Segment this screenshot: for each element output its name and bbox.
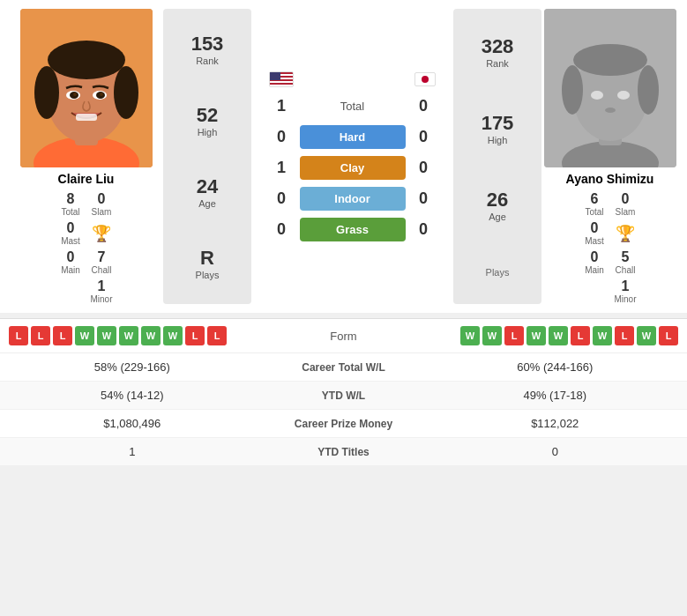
stat-mast-right: 0 Mast bbox=[583, 220, 605, 246]
flag-us bbox=[269, 71, 294, 87]
stat-main-right: 0 Main bbox=[583, 249, 605, 275]
form-box-right: L bbox=[504, 326, 524, 345]
player-name-left: Claire Liu bbox=[58, 172, 115, 186]
stats-table: 58% (229-166)Career Total W/L60% (244-16… bbox=[0, 353, 687, 466]
top-section: Claire Liu 8 Total 0 Slam 0 Mast 🏆 bbox=[0, 0, 687, 313]
stat-chall-left: 7 Chall bbox=[91, 249, 113, 275]
svg-point-20 bbox=[638, 65, 659, 115]
trophy-icon-left: 🏆 bbox=[92, 224, 111, 243]
center-high: 52 High bbox=[197, 104, 218, 137]
score-row-grass: 0 Grass 0 bbox=[260, 218, 444, 241]
flag-jp bbox=[414, 72, 436, 86]
center-plays: R Plays bbox=[196, 247, 220, 280]
stat-main-left: 0 Main bbox=[59, 249, 81, 275]
svg-point-19 bbox=[562, 65, 583, 115]
form-boxes-left: LLLWWWWWLL bbox=[9, 326, 300, 345]
stat-mast-left: 0 Mast bbox=[59, 220, 81, 246]
stat-total-right: 6 Total bbox=[583, 191, 605, 217]
stats-right-val: 60% (244-166) bbox=[432, 360, 679, 374]
stats-center-label: Career Total W/L bbox=[256, 361, 432, 374]
form-box-right: W bbox=[526, 326, 546, 345]
stat-minor-right: 1 Minor bbox=[615, 278, 637, 304]
form-box-right: W bbox=[460, 326, 480, 345]
player-photo-right bbox=[544, 9, 676, 167]
score-row-total: 1 Total 0 bbox=[260, 94, 444, 118]
form-boxes-right: WWLWWLWLWL bbox=[388, 326, 679, 345]
player-name-right: Ayano Shimizu bbox=[566, 172, 654, 186]
svg-point-18 bbox=[573, 44, 647, 76]
player-left: Claire Liu 8 Total 0 Slam 0 Mast 🏆 bbox=[9, 9, 163, 304]
score-row-hard: 0 Hard 0 bbox=[260, 125, 444, 149]
form-box-left: L bbox=[9, 326, 28, 345]
center-rank: 153 Rank bbox=[191, 33, 224, 66]
trophy-icon-right: 🏆 bbox=[616, 224, 635, 243]
stat-chall-right: 5 Chall bbox=[615, 249, 637, 275]
form-box-right: W bbox=[482, 326, 502, 345]
svg-point-5 bbox=[34, 66, 59, 119]
stats-row: 1YTD Titles0 bbox=[0, 438, 687, 466]
svg-point-22 bbox=[617, 91, 630, 100]
svg-point-11 bbox=[73, 93, 77, 96]
right-rank: 328 Rank bbox=[482, 35, 514, 69]
stats-row: $1,080,496Career Prize Money$112,022 bbox=[0, 410, 687, 438]
form-box-left: L bbox=[185, 326, 205, 345]
form-box-right: L bbox=[659, 326, 678, 345]
form-box-right: W bbox=[593, 326, 612, 345]
stat-total-left: 8 Total bbox=[59, 191, 81, 217]
stats-left-val: 58% (229-166) bbox=[9, 360, 256, 374]
form-box-left: L bbox=[207, 326, 227, 345]
stats-row: 54% (14-12)YTD W/L49% (17-18) bbox=[0, 382, 687, 410]
form-box-right: W bbox=[637, 326, 656, 345]
form-box-left: L bbox=[31, 326, 50, 345]
player-photo-left bbox=[20, 9, 153, 167]
svg-point-4 bbox=[48, 41, 125, 79]
svg-point-21 bbox=[591, 91, 603, 100]
stats-center-label: Career Prize Money bbox=[256, 418, 432, 430]
form-section: LLLWWWWWLL Form WWLWWLWLWL bbox=[0, 318, 687, 353]
score-row-indoor: 0 Indoor 0 bbox=[260, 187, 444, 211]
svg-point-12 bbox=[100, 93, 103, 96]
right-stats-panel: 328 Rank 175 High 26 Age Plays bbox=[453, 9, 541, 304]
form-box-left: W bbox=[75, 326, 94, 345]
player-stats-right: 6 Total 0 Slam 0 Mast 🏆 0 Main bbox=[583, 191, 636, 304]
stats-left-val: 1 bbox=[9, 445, 256, 458]
form-box-left: W bbox=[119, 326, 138, 345]
stat-minor-left: 1 Minor bbox=[91, 278, 113, 304]
svg-rect-13 bbox=[76, 114, 97, 121]
stats-row: 58% (229-166)Career Total W/L60% (244-16… bbox=[0, 353, 687, 382]
stats-left-val: $1,080,496 bbox=[9, 417, 256, 430]
player-stats-left: 8 Total 0 Slam 0 Mast 🏆 0 Main bbox=[59, 191, 112, 304]
right-age: 26 Age bbox=[487, 189, 508, 222]
stats-left-val: 54% (14-12) bbox=[9, 389, 256, 402]
form-box-right: W bbox=[549, 326, 568, 345]
form-box-left: W bbox=[163, 326, 183, 345]
stat-slam-left: 0 Slam bbox=[91, 191, 113, 217]
middle-scores: 1 Total 0 0 Hard 0 1 Clay 0 0 Indoor 0 bbox=[251, 9, 453, 304]
stats-center-label: YTD W/L bbox=[256, 390, 432, 402]
stats-right-val: $112,022 bbox=[432, 417, 679, 430]
svg-point-6 bbox=[114, 66, 138, 119]
form-box-left: L bbox=[53, 326, 72, 345]
form-box-left: W bbox=[97, 326, 116, 345]
form-label: Form bbox=[300, 330, 388, 343]
form-box-right: L bbox=[571, 326, 590, 345]
score-row-clay: 1 Clay 0 bbox=[260, 156, 444, 180]
stats-right-val: 49% (17-18) bbox=[432, 389, 679, 402]
svg-point-23 bbox=[605, 108, 616, 113]
form-box-right: L bbox=[615, 326, 634, 345]
form-box-left: W bbox=[141, 326, 161, 345]
center-age: 24 Age bbox=[197, 175, 218, 209]
center-stats-panel: 153 Rank 52 High 24 Age R Plays bbox=[163, 9, 251, 304]
right-high: 175 High bbox=[482, 112, 514, 145]
right-plays: Plays bbox=[486, 265, 510, 278]
stats-center-label: YTD Titles bbox=[256, 446, 432, 458]
player-right: Ayano Shimizu 6 Total 0 Slam 0 Mast 🏆 bbox=[541, 9, 678, 304]
main-container: Claire Liu 8 Total 0 Slam 0 Mast 🏆 bbox=[0, 0, 687, 466]
stat-slam-right: 0 Slam bbox=[615, 191, 637, 217]
stats-right-val: 0 bbox=[432, 445, 679, 458]
